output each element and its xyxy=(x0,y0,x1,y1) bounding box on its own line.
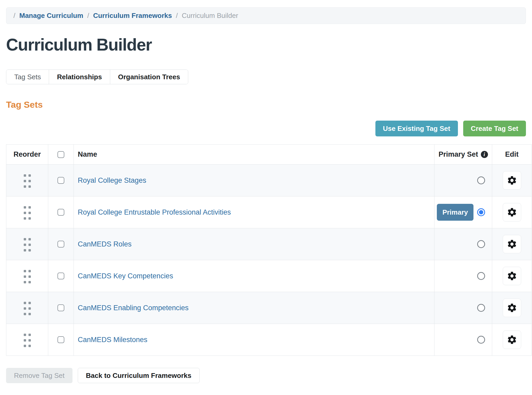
primary-set-radio[interactable] xyxy=(477,272,485,280)
table-row: Royal College Stages xyxy=(6,165,532,196)
tag-set-link[interactable]: CanMEDS Key Competencies xyxy=(78,272,173,280)
column-header-name: Name xyxy=(74,145,434,165)
primary-set-radio[interactable] xyxy=(477,304,485,312)
row-checkbox[interactable] xyxy=(57,241,64,248)
section-title-tag-sets: Tag Sets xyxy=(6,99,526,110)
tag-set-link[interactable]: Royal College Entrustable Professional A… xyxy=(78,208,231,216)
edit-button[interactable] xyxy=(503,171,521,190)
primary-badge: Primary xyxy=(437,204,473,221)
row-checkbox[interactable] xyxy=(57,177,64,184)
tag-sets-table: Reorder Name Primary Set i Edit Royal Co xyxy=(6,144,532,356)
gear-icon xyxy=(507,334,517,345)
primary-set-header-label: Primary Set xyxy=(438,150,478,159)
create-tag-set-button[interactable]: Create Tag Set xyxy=(463,121,526,136)
drag-handle-icon[interactable] xyxy=(24,206,31,220)
footer-actions: Remove Tag Set Back to Curriculum Framew… xyxy=(6,368,526,383)
tag-set-link[interactable]: Royal College Stages xyxy=(78,176,146,184)
breadcrumb-separator: / xyxy=(87,12,89,20)
table-row: CanMEDS Milestones xyxy=(6,324,532,356)
tag-set-link[interactable]: CanMEDS Milestones xyxy=(78,336,147,344)
table-row: Royal College Entrustable Professional A… xyxy=(6,196,532,228)
breadcrumb-separator: / xyxy=(13,12,15,20)
tag-set-link[interactable]: CanMEDS Roles xyxy=(78,240,132,248)
breadcrumb: / Manage Curriculum / Curriculum Framewo… xyxy=(6,7,526,24)
table-actions: Use Existing Tag Set Create Tag Set xyxy=(6,121,526,136)
tab-organisation-trees[interactable]: Organisation Trees xyxy=(110,70,188,84)
drag-handle-icon[interactable] xyxy=(24,270,31,283)
use-existing-tag-set-button[interactable]: Use Existing Tag Set xyxy=(375,121,458,136)
table-row: CanMEDS Roles xyxy=(6,228,532,260)
row-checkbox[interactable] xyxy=(57,304,64,311)
row-checkbox[interactable] xyxy=(57,273,64,279)
row-checkbox[interactable] xyxy=(57,209,64,216)
drag-handle-icon[interactable] xyxy=(24,174,31,188)
primary-set-radio-selected[interactable] xyxy=(477,208,485,216)
table-row: CanMEDS Key Competencies xyxy=(6,260,532,292)
drag-handle-icon[interactable] xyxy=(24,238,31,251)
breadcrumb-separator: / xyxy=(176,12,178,20)
back-to-curriculum-frameworks-button[interactable]: Back to Curriculum Frameworks xyxy=(78,368,200,383)
breadcrumb-link-curriculum-frameworks[interactable]: Curriculum Frameworks xyxy=(93,12,172,20)
column-header-reorder: Reorder xyxy=(6,145,48,165)
gear-icon xyxy=(507,303,517,313)
tab-group: Tag Sets Relationships Organisation Tree… xyxy=(6,70,188,84)
primary-set-radio[interactable] xyxy=(477,336,485,344)
edit-button[interactable] xyxy=(503,267,521,285)
page-title: Curriculum Builder xyxy=(6,33,526,56)
page: / Manage Curriculum / Curriculum Framewo… xyxy=(0,7,532,383)
gear-icon xyxy=(507,175,517,186)
edit-button[interactable] xyxy=(503,299,521,317)
edit-button[interactable] xyxy=(503,203,521,221)
gear-icon xyxy=(507,271,517,281)
edit-button[interactable] xyxy=(503,235,521,253)
drag-handle-icon[interactable] xyxy=(24,334,31,347)
info-icon[interactable]: i xyxy=(481,151,488,158)
tab-relationships[interactable]: Relationships xyxy=(49,70,110,84)
tab-tag-sets[interactable]: Tag Sets xyxy=(6,70,49,84)
select-all-checkbox[interactable] xyxy=(57,151,64,158)
column-header-primary-set: Primary Set i xyxy=(434,145,492,165)
breadcrumb-link-manage-curriculum[interactable]: Manage Curriculum xyxy=(19,12,83,20)
table-row: CanMEDS Enabling Competencies xyxy=(6,292,532,324)
drag-handle-icon[interactable] xyxy=(24,302,31,315)
row-checkbox[interactable] xyxy=(57,336,64,343)
primary-set-radio[interactable] xyxy=(477,240,485,248)
remove-tag-set-button[interactable]: Remove Tag Set xyxy=(6,368,72,383)
edit-button[interactable] xyxy=(503,330,521,349)
column-header-select-all xyxy=(48,145,74,165)
tag-set-link[interactable]: CanMEDS Enabling Competencies xyxy=(78,304,188,312)
primary-set-radio[interactable] xyxy=(477,176,485,184)
breadcrumb-current: Curriculum Builder xyxy=(182,12,238,20)
gear-icon xyxy=(507,207,517,218)
table-header-row: Reorder Name Primary Set i Edit xyxy=(6,145,532,165)
column-header-edit: Edit xyxy=(492,145,532,165)
gear-icon xyxy=(507,239,517,249)
